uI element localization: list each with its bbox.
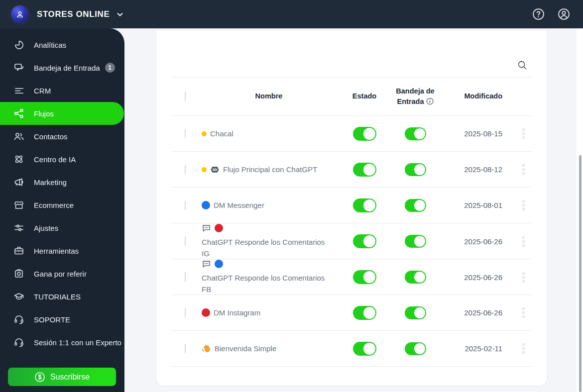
sidebar-item-label: Gana por referir (34, 270, 87, 278)
search-icon[interactable] (517, 60, 527, 70)
expert-session-icon (13, 337, 24, 348)
modified-date: 2025-06-26 (438, 237, 515, 246)
sidebar-item-label: Flujos (34, 109, 54, 118)
row-menu-kebab-icon[interactable] (515, 162, 531, 177)
topbar: STORES ONLINE (0, 0, 583, 28)
row-menu-kebab-icon[interactable] (515, 126, 531, 141)
row-checkbox[interactable] (185, 129, 186, 138)
modified-date: 2025-06-26 (438, 308, 515, 317)
estado-toggle[interactable] (353, 127, 376, 141)
estado-toggle[interactable] (353, 306, 376, 320)
flow-name[interactable]: ChatGPT Responde los Comentarios IG (202, 223, 336, 260)
row-checkbox[interactable] (185, 236, 186, 246)
row-checkbox[interactable] (185, 344, 186, 353)
tutorials-icon (13, 291, 24, 302)
sidebar-item-herramientas[interactable]: Herramientas (0, 239, 124, 262)
main-content: Nombre Estado Bandeja de Entrada Modific… (124, 28, 577, 392)
info-icon[interactable] (426, 98, 434, 105)
sidebar-item-label: Sesión 1:1 con un Experto (34, 338, 121, 347)
speech-bubble-icon (202, 259, 211, 269)
header-modificado: Modificado (438, 91, 515, 101)
flow-name[interactable]: DM Instagram (202, 307, 336, 318)
yellow-dot-icon (202, 131, 207, 136)
help-icon[interactable] (532, 8, 545, 20)
row-menu-kebab-icon[interactable] (515, 305, 531, 320)
support-icon (13, 314, 24, 325)
table-body: Chacal2025-08-15Flujo Principal con Chat… (172, 115, 531, 366)
row-checkbox[interactable] (185, 200, 186, 210)
sidebar-item-anal-ticas[interactable]: Analíticas (0, 33, 124, 56)
flow-name-label: Bienvenida Simple (215, 343, 276, 354)
sidebar-item-label: Centro de IA (34, 155, 76, 164)
sidebar-item-centro-de-ia[interactable]: Centro de IA (0, 148, 124, 171)
sidebar-item-marketing[interactable]: Marketing (0, 171, 124, 194)
page-scrollbar-track (577, 28, 583, 392)
sidebar-item-contactos[interactable]: Contactos (0, 125, 124, 148)
sidebar-item-label: Herramientas (34, 247, 79, 255)
bandeja-toggle[interactable] (405, 199, 426, 212)
select-all-checkbox[interactable] (185, 92, 186, 101)
table-row: Flujo Principal con ChatGPT2025-08-12 (172, 151, 531, 187)
robot-icon (210, 165, 220, 174)
flow-name[interactable]: Bienvenida Simple (202, 343, 336, 354)
table-row: DM Instagram2025-06-26 (172, 294, 531, 330)
brand-name: STORES ONLINE (37, 9, 110, 19)
brand-logo-icon (11, 5, 29, 23)
flow-name[interactable]: Chacal (202, 128, 336, 139)
analytics-icon (13, 39, 24, 50)
ai-center-icon (13, 154, 24, 165)
contacts-icon (13, 131, 24, 142)
header-bandeja: Bandeja de Entrada (393, 86, 438, 107)
row-menu-kebab-icon[interactable] (515, 270, 531, 285)
brand-dropdown-chevron-icon[interactable] (116, 10, 124, 18)
page-scrollbar-thumb[interactable] (579, 155, 582, 392)
sidebar-item-label: Ecommerce (34, 201, 74, 209)
header-estado: Estado (336, 91, 393, 101)
sidebar-item-ecommerce[interactable]: Ecommerce (0, 194, 124, 216)
modified-date: 2025-06-26 (438, 273, 515, 282)
subscribe-button[interactable]: Suscribirse (8, 368, 116, 386)
sidebar-item-sesi-n-1-1-con-un-experto[interactable]: Sesión 1:1 con un Experto (0, 331, 124, 354)
row-menu-kebab-icon[interactable] (515, 198, 531, 212)
estado-toggle[interactable] (353, 270, 376, 284)
sidebar-item-ajustes[interactable]: Ajustes (0, 216, 124, 239)
table-row: ChatGPT Responde los Comentarios FB2025-… (172, 259, 531, 294)
bandeja-toggle[interactable] (405, 235, 426, 248)
red-circle-icon (215, 224, 223, 232)
row-checkbox[interactable] (185, 308, 186, 317)
modified-date: 2025-08-12 (438, 165, 515, 174)
row-menu-kebab-icon[interactable] (515, 234, 531, 249)
sidebar-item-label: Analíticas (34, 41, 66, 49)
estado-toggle[interactable] (353, 163, 376, 177)
sidebar-item-gana-por-referir[interactable]: Gana por referir (0, 262, 124, 285)
flows-card: Nombre Estado Bandeja de Entrada Modific… (156, 30, 547, 386)
flow-name-label: ChatGPT Responde los Comentarios IG (202, 236, 331, 260)
flow-name[interactable]: DM Messenger (202, 199, 336, 211)
bandeja-toggle[interactable] (405, 127, 426, 140)
estado-toggle[interactable] (353, 198, 376, 212)
bandeja-toggle[interactable] (405, 306, 426, 319)
estado-toggle[interactable] (353, 342, 376, 356)
account-icon[interactable] (558, 8, 570, 20)
sidebar-item-bandeja-de-entrada[interactable]: Bandeja de Entrada1 (0, 56, 124, 79)
estado-toggle[interactable] (353, 234, 376, 248)
sidebar-item-tutoriales[interactable]: TUTORIALES (0, 285, 124, 308)
row-checkbox[interactable] (185, 272, 186, 282)
bandeja-toggle[interactable] (405, 342, 426, 355)
sidebar-item-soporte[interactable]: SOPORTE (0, 308, 124, 331)
table-row: DM Messenger2025-08-01 (172, 187, 531, 223)
flow-name-label: Flujo Principal con ChatGPT (223, 164, 317, 175)
sidebar-item-flujos[interactable]: Flujos (0, 102, 124, 125)
flow-name[interactable]: ChatGPT Responde los Comentarios FB (202, 259, 336, 295)
sidebar-item-crm[interactable]: CRM (0, 79, 124, 102)
row-menu-kebab-icon[interactable] (515, 341, 531, 356)
referral-icon (13, 268, 24, 279)
bandeja-toggle[interactable] (405, 271, 426, 284)
bandeja-toggle[interactable] (405, 163, 426, 176)
inbox-count-badge: 1 (105, 63, 115, 73)
sidebar-item-label: Ajustes (34, 224, 58, 232)
table-row: Bienvenida Simple2025-02-11 (172, 330, 531, 366)
flow-name[interactable]: Flujo Principal con ChatGPT (202, 164, 336, 175)
row-checkbox[interactable] (185, 165, 186, 174)
flow-name-label: Chacal (210, 128, 233, 139)
